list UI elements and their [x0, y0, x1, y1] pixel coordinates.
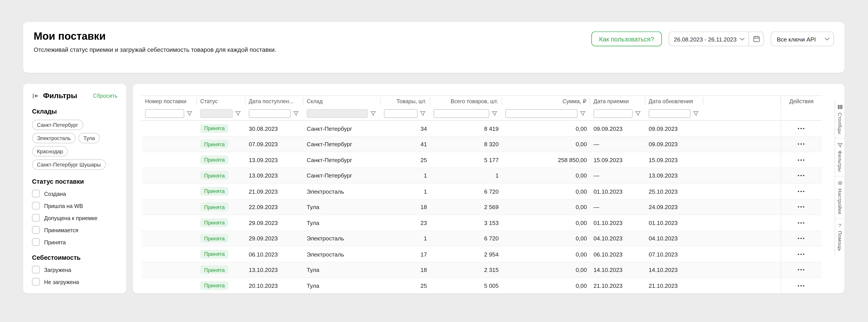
- warehouse-chip[interactable]: Краснодар: [32, 146, 68, 157]
- status-badge: Принята: [200, 171, 228, 180]
- cell-update-date: 24.09.2023: [645, 203, 704, 210]
- filter-checkbox-row[interactable]: Принята: [32, 238, 118, 246]
- row-actions-button[interactable]: •••: [798, 188, 805, 194]
- row-actions-button[interactable]: •••: [798, 204, 805, 210]
- warehouse-chip[interactable]: Санкт-Петербург Шушары: [32, 159, 106, 170]
- checkbox[interactable]: [32, 226, 40, 234]
- row-actions-button[interactable]: •••: [798, 235, 805, 241]
- filter-input-number[interactable]: [145, 109, 184, 118]
- funnel-icon[interactable]: [370, 110, 376, 117]
- table-row: Принята 30.08.2023 Санкт-Петербург 34 8 …: [142, 121, 822, 136]
- funnel-icon[interactable]: [492, 110, 498, 117]
- api-keys-value: Все ключи API: [777, 35, 816, 42]
- rail-tab-filters[interactable]: Фильтры: [835, 139, 845, 176]
- column-header-sum[interactable]: Сумма, ₽: [502, 98, 590, 105]
- cell-warehouse: Электросталь: [303, 235, 381, 242]
- cell-arrival-date: 30.08.2023: [246, 125, 304, 132]
- filter-input-acceptance-date[interactable]: [593, 109, 633, 118]
- rail-tab-label: Настройки: [837, 189, 843, 215]
- cell-sum: 258 850,00: [502, 156, 590, 163]
- status-badge: Принята: [200, 202, 228, 211]
- status-badge: Принята: [200, 218, 228, 227]
- cell-arrival-date: 22.09.2023: [246, 203, 304, 210]
- cell-total-items: 8 419: [430, 125, 502, 132]
- date-range-picker[interactable]: 26.08.2023 - 26.11.2023: [668, 32, 764, 46]
- column-header-status[interactable]: Статус: [197, 98, 246, 105]
- rail-tab-settings[interactable]: Настройки: [835, 176, 845, 219]
- row-actions-button[interactable]: •••: [798, 283, 805, 288]
- funnel-icon[interactable]: [186, 110, 193, 117]
- funnel-icon[interactable]: [293, 110, 299, 117]
- filter-checkbox-row[interactable]: Пришла на WB: [32, 202, 118, 210]
- warehouse-chip[interactable]: Электросталь: [32, 133, 76, 143]
- warehouse-chip-label: Тула: [84, 135, 95, 141]
- cell-warehouse: Санкт-Петербург: [303, 125, 381, 132]
- cell-acceptance-date: 01.10.2023: [590, 219, 645, 226]
- filter-checkbox-row[interactable]: Загружена: [32, 266, 118, 273]
- filter-checkbox-row[interactable]: Создана: [32, 190, 118, 197]
- rail-tab-columns[interactable]: Столбцы: [835, 100, 845, 139]
- warehouse-chip[interactable]: Санкт-Петербург: [32, 120, 83, 130]
- checkbox[interactable]: [32, 278, 40, 286]
- row-actions-button[interactable]: •••: [798, 251, 805, 257]
- cell-items: 34: [381, 125, 430, 132]
- calendar-button[interactable]: [749, 32, 764, 46]
- filter-input-items[interactable]: [384, 109, 418, 118]
- filter-input-total-items[interactable]: [434, 109, 489, 118]
- cell-arrival-date: 13.09.2023: [246, 156, 304, 163]
- row-actions-button[interactable]: •••: [798, 126, 805, 131]
- checkbox[interactable]: [32, 190, 40, 197]
- app-root: Мои поставки Отслеживай статус приемки и…: [0, 0, 868, 322]
- funnel-icon[interactable]: [420, 110, 426, 117]
- filter-input-update-date[interactable]: [649, 109, 691, 118]
- supplies-table-card: Номер поставки Статус Дата поступлен... …: [133, 84, 845, 293]
- column-header-acceptance-date[interactable]: Дата приемки: [590, 98, 645, 105]
- filter-checkbox-row[interactable]: Принимается: [32, 226, 118, 234]
- funnel-icon[interactable]: [635, 110, 641, 117]
- collapse-filters-icon[interactable]: [32, 92, 39, 99]
- cell-actions: •••: [781, 152, 822, 167]
- cell-update-date: 15.09.2023: [645, 156, 704, 163]
- reset-filters-link[interactable]: Сбросить: [93, 93, 117, 99]
- checkbox[interactable]: [32, 266, 40, 273]
- row-actions-button[interactable]: •••: [798, 267, 805, 272]
- column-header-arrival-date[interactable]: Дата поступлен...: [246, 98, 304, 105]
- filter-cell-acceptance-date: [590, 109, 645, 118]
- cell-warehouse: Санкт-Петербург: [303, 156, 381, 163]
- filter-input-status: [200, 109, 233, 118]
- filter-checkbox-row[interactable]: Допущена к приемке: [32, 214, 118, 222]
- checkbox-label: Принимается: [44, 227, 78, 233]
- warehouse-chip[interactable]: Тула: [79, 133, 100, 143]
- row-actions-button[interactable]: •••: [798, 173, 805, 178]
- cell-total-items: 2 569: [430, 203, 502, 210]
- filter-input-sum[interactable]: [505, 109, 578, 118]
- rail-tab-help[interactable]: ? Помощь: [835, 219, 845, 255]
- checkbox[interactable]: [32, 214, 40, 222]
- column-header-number[interactable]: Номер поставки: [142, 98, 197, 105]
- cell-update-date: 13.09.2023: [645, 172, 704, 179]
- cell-status: Принята: [197, 171, 246, 180]
- row-actions-button[interactable]: •••: [798, 220, 805, 225]
- cost-section-title: Себестоимость: [32, 254, 118, 261]
- cell-items: 25: [381, 156, 430, 163]
- row-actions-button[interactable]: •••: [798, 157, 805, 163]
- checkbox[interactable]: [32, 202, 40, 210]
- funnel-icon: [837, 142, 843, 148]
- rail-tab-label: Столбцы: [837, 112, 843, 134]
- column-header-total-items[interactable]: Всего товаров, шт.: [430, 98, 502, 105]
- help-icon: ?: [838, 223, 841, 228]
- column-header-warehouse[interactable]: Склад: [303, 98, 381, 105]
- funnel-icon[interactable]: [235, 110, 241, 117]
- column-header-update-date[interactable]: Дата обновления: [645, 98, 704, 105]
- funnel-icon[interactable]: [693, 110, 699, 117]
- row-actions-button[interactable]: •••: [798, 141, 805, 147]
- column-header-items[interactable]: Товары, шт.: [381, 98, 430, 105]
- how-to-use-button[interactable]: Как пользоваться?: [591, 32, 662, 46]
- api-keys-dropdown[interactable]: Все ключи API: [771, 32, 834, 46]
- funnel-icon[interactable]: [580, 110, 586, 117]
- cell-actions: •••: [781, 247, 822, 262]
- checkbox[interactable]: [32, 238, 40, 246]
- filter-input-arrival-date[interactable]: [249, 109, 291, 118]
- chevron-down-icon: [825, 37, 830, 40]
- filter-checkbox-row[interactable]: Не загружена: [32, 278, 118, 286]
